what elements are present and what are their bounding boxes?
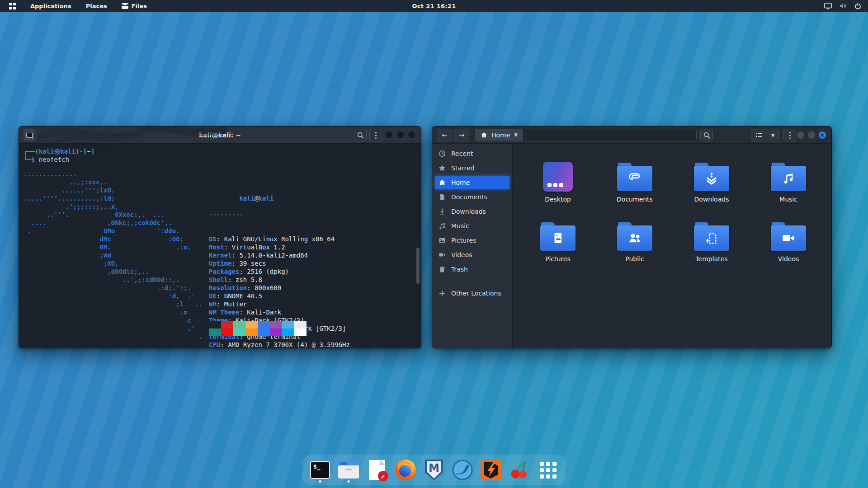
files-sidebar: RecentStarredHomeDocumentsDownloadsMusic… <box>432 144 513 348</box>
new-tab-button[interactable] <box>24 129 35 141</box>
files-close-button[interactable]: × <box>819 131 826 139</box>
neofetch-row: Uptime: 39 secs <box>209 259 350 267</box>
kali-ascii-logo: .............. ..,;:ccc,. ......''';lxO.… <box>24 170 203 341</box>
sidebar-item-label: Other Locations <box>451 290 501 297</box>
folder-item-music[interactable]: Music <box>750 155 827 214</box>
folder-item-label: Documents <box>617 196 653 203</box>
app-menu-files[interactable]: Files <box>115 0 153 12</box>
top-bar: Applications Places Files Oct 21 16:21 <box>0 0 868 12</box>
sidebar-item-other-locations[interactable]: Other Locations <box>435 286 509 300</box>
metasploit-dock-icon: M <box>425 460 443 480</box>
neofetch-header: kali@kali <box>209 186 350 194</box>
neofetch-row: Resolution: 800x600 <box>209 284 350 292</box>
volume-icon[interactable] <box>839 2 847 10</box>
sidebar-item-label: Recent <box>451 150 473 157</box>
power-icon[interactable] <box>854 2 862 10</box>
trash-icon <box>439 266 446 273</box>
sidebar-item-starred[interactable]: Starred <box>435 161 509 175</box>
palette-swatch <box>221 328 233 336</box>
folder-item-videos[interactable]: Videos <box>750 214 827 274</box>
folder-item-downloads[interactable]: Downloads <box>673 155 750 214</box>
sidebar-item-recent[interactable]: Recent <box>435 147 509 160</box>
neofetch-row: WM: Mutter <box>209 300 350 308</box>
dock-item-app-grid[interactable] <box>538 458 558 482</box>
files-maximize-button[interactable] <box>808 131 815 139</box>
activities-button[interactable] <box>0 0 22 12</box>
dock-item-firefox[interactable] <box>395 458 416 482</box>
dock-item-files[interactable] <box>338 458 359 482</box>
folder-item-public[interactable]: Public <box>596 214 673 274</box>
back-button[interactable]: ← <box>437 129 452 141</box>
files-content-grid[interactable]: DesktopDocumentsDownloadsMusicPicturesPu… <box>513 144 831 348</box>
forward-button[interactable]: → <box>454 129 469 141</box>
dock-item-terminal[interactable]: $_ <box>310 458 330 482</box>
palette-swatch <box>233 321 245 328</box>
breadcrumb-label: Home <box>491 131 510 139</box>
clock[interactable]: Oct 21 16:21 <box>412 3 456 9</box>
path-bar[interactable]: Home ▼ <box>475 129 697 141</box>
terminal-maximize-button[interactable] <box>396 131 404 139</box>
palette-swatch <box>282 328 294 336</box>
paperclip-emblem <box>627 171 642 186</box>
app-grid-dock-icon <box>540 462 557 479</box>
files-titlebar[interactable]: ← → Home ▼ ▼ × <box>432 127 831 144</box>
folder-item-desktop[interactable]: Desktop <box>519 155 596 214</box>
search-icon <box>703 132 710 139</box>
menu-places[interactable]: Places <box>80 0 113 12</box>
prompt-line-1: ┌──(kali㉿kali)-[~] <box>24 147 416 155</box>
text-editor-dock-icon <box>369 460 385 480</box>
dock-item-metasploit[interactable]: M <box>424 458 444 482</box>
dock-item-cherrytree[interactable] <box>509 458 530 482</box>
terminal-color-palette <box>209 321 307 336</box>
wireshark-dock-icon <box>452 460 473 480</box>
dock-item-burp-suite[interactable] <box>481 458 501 482</box>
view-options-button[interactable]: ▼ <box>767 129 779 141</box>
view-toggle-button[interactable] <box>751 129 767 141</box>
sidebar-item-downloads[interactable]: Downloads <box>435 205 509 218</box>
running-indicator <box>319 480 321 483</box>
files-menu-button[interactable] <box>783 129 796 141</box>
prompt-line-2: └─$ neofetch <box>24 155 416 164</box>
dock-item-wireshark[interactable] <box>452 458 473 482</box>
sidebar-item-trash[interactable]: Trash <box>435 263 509 276</box>
sidebar-item-videos[interactable]: Videos <box>435 248 509 262</box>
terminal-content[interactable]: ┌──(kali㉿kali)-[~] └─$ neofetch ........… <box>19 144 421 348</box>
terminal-scrollbar[interactable] <box>416 248 420 284</box>
folder-item-pictures[interactable]: Pictures <box>519 214 596 274</box>
firefox-dock-icon <box>395 460 416 480</box>
menu-applications[interactable]: Applications <box>24 0 78 12</box>
dock-item-text-editor[interactable] <box>367 458 387 482</box>
files-search-button[interactable] <box>700 129 713 141</box>
folder-item-documents[interactable]: Documents <box>596 155 673 214</box>
pictures-icon <box>439 237 446 244</box>
terminal-search-button[interactable] <box>354 129 367 141</box>
burp-suite-dock-icon <box>481 460 501 480</box>
folder-icon <box>771 163 806 192</box>
video-camera-emblem <box>781 231 796 245</box>
sidebar-item-documents[interactable]: Documents <box>435 190 509 204</box>
dock: $_M <box>302 455 566 485</box>
sidebar-item-pictures[interactable]: Pictures <box>435 234 509 247</box>
neofetch-row: OS: Kali GNU/Linux Rolling x86_64 <box>209 235 350 243</box>
terminal-close-button[interactable] <box>408 131 415 139</box>
activities-grid-icon <box>9 3 16 9</box>
files-minimize-button[interactable] <box>797 131 804 139</box>
picture-emblem <box>551 231 565 245</box>
palette-swatch <box>221 321 233 328</box>
palette-swatch <box>258 328 270 336</box>
home-icon <box>481 131 487 138</box>
sidebar-item-music[interactable]: Music <box>435 219 509 233</box>
terminal-minimize-button[interactable] <box>385 131 393 139</box>
download-emblem <box>705 172 718 185</box>
neofetch-row: Shell: zsh 5.8 <box>209 276 350 284</box>
terminal-menu-button[interactable] <box>369 129 382 141</box>
sidebar-item-label: Downloads <box>451 208 486 215</box>
palette-swatch <box>245 321 258 328</box>
terminal-titlebar[interactable]: kali@kali: ~ <box>19 127 421 144</box>
breadcrumb-home[interactable]: Home ▼ <box>475 129 523 141</box>
display-icon[interactable] <box>824 2 832 10</box>
palette-swatch <box>209 321 221 328</box>
sidebar-item-home[interactable]: Home <box>435 176 509 189</box>
menu-places-label: Places <box>86 3 107 9</box>
folder-item-templates[interactable]: Templates <box>673 214 750 274</box>
